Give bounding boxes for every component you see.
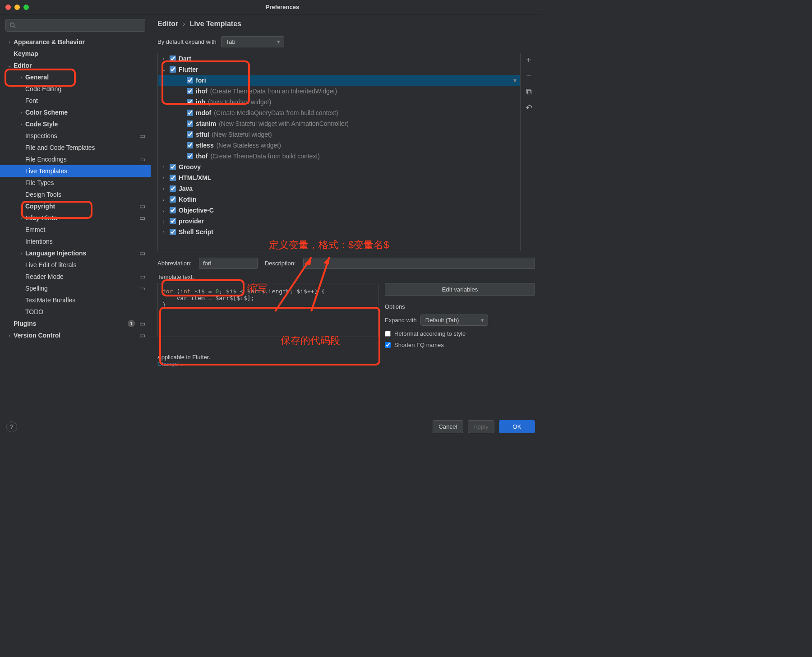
- applicable-label: Applicable in Flutter.: [157, 354, 210, 361]
- ok-button[interactable]: OK: [499, 420, 535, 433]
- cancel-button[interactable]: Cancel: [433, 420, 463, 433]
- template-tree[interactable]: › Dart⌄ Flutter fori ihof (Create ThemeD…: [157, 53, 521, 251]
- minimize-icon[interactable]: [14, 5, 20, 10]
- sidebar-item-version-control[interactable]: ›Version Control▭: [0, 329, 151, 341]
- tree-toolbar: + − ⧉ ↶: [522, 53, 535, 251]
- sidebar-item-editor[interactable]: ⌄Editor: [0, 60, 151, 71]
- sidebar-item-file-types[interactable]: File Types: [0, 177, 151, 189]
- sidebar-item-general[interactable]: ›General: [0, 71, 151, 83]
- tree-row-stful[interactable]: stful (New Stateful widget): [158, 129, 520, 140]
- options-title: Options: [385, 303, 535, 310]
- reformat-checkbox[interactable]: Reformat according to style: [385, 330, 535, 337]
- sidebar-item-file-encodings[interactable]: File Encodings▭: [0, 153, 151, 165]
- desc-input[interactable]: [303, 258, 535, 269]
- sidebar-item-emmet[interactable]: Emmet: [0, 224, 151, 236]
- tree-row-shell-script[interactable]: › Shell Script: [158, 227, 520, 237]
- expand-with-select[interactable]: Default (Tab): [420, 315, 488, 326]
- window-title: Preferences: [29, 4, 536, 10]
- abbrev-input[interactable]: [199, 258, 258, 269]
- sidebar-item-code-style[interactable]: ›Code Style: [0, 118, 151, 130]
- svg-point-0: [10, 23, 14, 27]
- add-icon[interactable]: +: [526, 56, 531, 65]
- tree-row-stanim[interactable]: stanim (New Stateful widget with Animati…: [158, 118, 520, 129]
- sidebar-item-live-templates[interactable]: Live Templates: [0, 165, 151, 177]
- sidebar-item-inspections[interactable]: Inspections▭: [0, 130, 151, 142]
- edit-variables-button[interactable]: Edit variables: [385, 283, 535, 296]
- shorten-checkbox[interactable]: Shorten FQ names: [385, 342, 535, 348]
- tree-row-provider[interactable]: › provider: [158, 216, 520, 227]
- sidebar-item-font[interactable]: Font: [0, 95, 151, 106]
- window-controls: [5, 5, 29, 10]
- sidebar-item-code-editing[interactable]: Code Editing: [0, 83, 151, 95]
- template-text-label: Template text:: [157, 273, 535, 280]
- expand-select[interactable]: Tab: [221, 36, 284, 47]
- sidebar-item-color-scheme[interactable]: ›Color Scheme: [0, 106, 151, 118]
- sidebar-item-spelling[interactable]: Spelling▭: [0, 282, 151, 294]
- chevron-right-icon: ›: [183, 20, 185, 28]
- template-text-editor[interactable]: for (int $i$ = 0; $i$ < $arr$.length; $i…: [157, 283, 378, 337]
- tree-row-groovy[interactable]: › Groovy: [158, 162, 520, 172]
- tree-row-ihof[interactable]: ihof (Create ThemeData from an Inherited…: [158, 86, 520, 97]
- tree-row-stless[interactable]: stless (New Stateless widget): [158, 140, 520, 151]
- crumb-live-templates: Live Templates: [190, 20, 241, 28]
- desc-label: Description:: [265, 260, 296, 267]
- sidebar-item-appearance-behavior[interactable]: ›Appearance & Behavior: [0, 36, 151, 48]
- tree-row-thof[interactable]: thof (Create ThemeData from build contex…: [158, 151, 520, 162]
- remove-icon[interactable]: −: [526, 71, 531, 81]
- help-icon[interactable]: ?: [6, 421, 17, 432]
- sidebar-item-language-injections[interactable]: ›Language Injections▭: [0, 247, 151, 259]
- sidebar-item-keymap[interactable]: Keymap: [0, 48, 151, 60]
- expand-label: By default expand with: [157, 38, 217, 45]
- sidebar-item-reader-mode[interactable]: Reader Mode▭: [0, 271, 151, 282]
- tree-row-mdof[interactable]: mdof (Create MediaQueryData from build c…: [158, 107, 520, 118]
- footer: ? Cancel Apply OK: [0, 415, 541, 438]
- tree-row-objective-c[interactable]: › Objective-C: [158, 205, 520, 216]
- svg-line-1: [14, 27, 16, 28]
- sidebar-item-file-and-code-templates[interactable]: File and Code Templates: [0, 142, 151, 153]
- titlebar: Preferences: [0, 0, 541, 14]
- change-link[interactable]: Change ⌄: [157, 361, 185, 367]
- maximize-icon[interactable]: [23, 5, 29, 10]
- crumb-editor[interactable]: Editor: [157, 20, 178, 28]
- nav-tree: ›Appearance & BehaviorKeymap⌄Editor›Gene…: [0, 36, 151, 415]
- search-icon: [9, 22, 16, 28]
- close-icon[interactable]: [5, 5, 11, 10]
- sidebar-item-live-edit-of-literals[interactable]: Live Edit of literals: [0, 259, 151, 271]
- sidebar-item-inlay-hints[interactable]: ›Inlay Hints▭: [0, 212, 151, 224]
- tree-row-java[interactable]: › Java: [158, 183, 520, 194]
- tree-row-html-xml[interactable]: › HTML/XML: [158, 172, 520, 183]
- sidebar-item-copyright[interactable]: ›Copyright▭: [0, 200, 151, 212]
- sidebar-item-todo[interactable]: TODO: [0, 306, 151, 318]
- abbrev-label: Abbreviation:: [157, 260, 192, 267]
- tree-row-inh[interactable]: inh (New Inherited widget): [158, 97, 520, 107]
- sidebar-item-plugins[interactable]: Plugins1▭: [0, 318, 151, 329]
- apply-button[interactable]: Apply: [468, 420, 494, 433]
- tree-row-dart[interactable]: › Dart: [158, 53, 520, 64]
- tree-row-flutter[interactable]: ⌄ Flutter: [158, 64, 520, 75]
- search-input[interactable]: [5, 19, 145, 32]
- revert-icon[interactable]: ↶: [526, 103, 532, 113]
- copy-icon[interactable]: ⧉: [526, 87, 532, 97]
- sidebar-item-design-tools[interactable]: Design Tools: [0, 189, 151, 200]
- main-panel: Editor › Live Templates By default expan…: [151, 14, 541, 415]
- sidebar-item-intentions[interactable]: Intentions: [0, 236, 151, 247]
- tree-row-fori[interactable]: fori: [158, 75, 520, 86]
- sidebar: ›Appearance & BehaviorKeymap⌄Editor›Gene…: [0, 14, 151, 415]
- expand-with-label: Expand with: [385, 317, 417, 324]
- breadcrumb: Editor › Live Templates: [157, 20, 535, 28]
- sidebar-item-textmate-bundles[interactable]: TextMate Bundles: [0, 294, 151, 306]
- tree-row-kotlin[interactable]: › Kotlin: [158, 194, 520, 205]
